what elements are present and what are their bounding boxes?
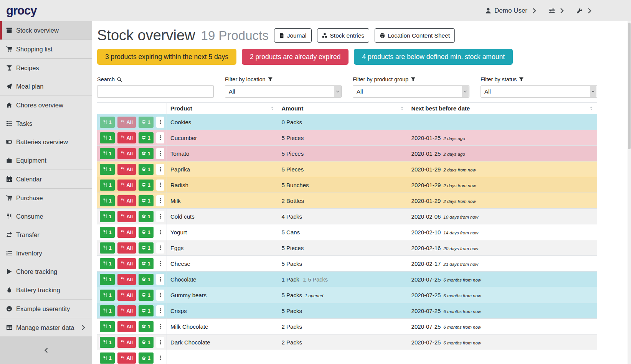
scrollbar-thumb[interactable]: [628, 23, 631, 149]
consume-one-button[interactable]: 1: [100, 195, 115, 206]
select-arrow-button[interactable]: [334, 86, 341, 97]
alert-warning[interactable]: 3 products expiring within the next 5 da…: [97, 49, 236, 65]
consume-all-button[interactable]: All: [117, 242, 136, 254]
row-menu-button[interactable]: [156, 321, 164, 332]
consume-one-button[interactable]: 1: [100, 258, 115, 269]
consume-all-button[interactable]: All: [117, 211, 136, 222]
column-header-next-best-before-date[interactable]: Next best before date: [408, 103, 597, 114]
consume-all-button[interactable]: All: [117, 274, 136, 285]
open-one-button[interactable]: 1: [139, 211, 154, 222]
row-menu-button[interactable]: [156, 274, 164, 285]
consume-one-button[interactable]: 1: [100, 132, 115, 143]
consume-one-button[interactable]: 1: [100, 164, 115, 175]
consume-all-button[interactable]: All: [117, 321, 136, 332]
open-one-button[interactable]: 1: [139, 274, 154, 285]
sidebar-item-inventory[interactable]: Inventory: [0, 244, 92, 262]
consume-one-button[interactable]: 1: [100, 227, 115, 238]
filter-by-status-select[interactable]: All: [481, 85, 597, 98]
user-menu[interactable]: Demo User: [485, 7, 537, 15]
sidebar-item-calendar[interactable]: Calendar: [0, 170, 92, 188]
consume-one-button[interactable]: 1: [100, 180, 115, 191]
journal-button[interactable]: Journal: [274, 28, 312, 43]
sort-icon[interactable]: [400, 106, 405, 111]
open-one-button[interactable]: 1: [139, 132, 154, 143]
column-header-amount[interactable]: Amount: [278, 103, 408, 114]
row-menu-button[interactable]: [156, 242, 164, 254]
consume-all-button[interactable]: All: [117, 132, 136, 143]
app-logo[interactable]: grocy: [6, 4, 36, 18]
sidebar-item-tasks[interactable]: Tasks: [0, 114, 92, 133]
row-menu-button[interactable]: [156, 164, 164, 175]
open-one-button[interactable]: 1: [139, 258, 154, 269]
row-menu-button[interactable]: [156, 132, 164, 143]
row-menu-button[interactable]: [156, 227, 164, 238]
consume-all-button[interactable]: All: [117, 227, 136, 238]
row-menu-button[interactable]: [156, 352, 164, 364]
sidebar-item-batteries-overview[interactable]: Batteries overview: [0, 133, 92, 151]
page-scrollbar[interactable]: [628, 21, 631, 364]
consume-all-button[interactable]: All: [117, 352, 136, 364]
filter-by-product-group-select[interactable]: All: [353, 85, 469, 98]
consume-one-button[interactable]: 1: [100, 290, 115, 301]
row-menu-button[interactable]: [156, 148, 164, 159]
open-one-button[interactable]: 1: [139, 180, 154, 191]
row-menu-button[interactable]: [156, 258, 164, 269]
open-one-button[interactable]: 1: [139, 148, 154, 159]
settings-menu[interactable]: [549, 8, 565, 14]
row-menu-button[interactable]: [156, 180, 164, 191]
consume-all-button[interactable]: All: [117, 180, 136, 191]
consume-one-button[interactable]: 1: [100, 242, 115, 254]
sidebar-item-consume[interactable]: Consume: [0, 207, 92, 226]
select-arrow-button[interactable]: [590, 86, 596, 97]
open-one-button[interactable]: 1: [139, 290, 154, 301]
sidebar-item-chores-overview[interactable]: Chores overview: [0, 96, 92, 114]
consume-one-button[interactable]: 1: [100, 117, 115, 128]
row-menu-button[interactable]: [156, 290, 164, 301]
open-one-button[interactable]: 1: [139, 305, 154, 316]
consume-all-button[interactable]: All: [117, 337, 136, 348]
row-menu-button[interactable]: [156, 211, 164, 222]
sidebar-item-meal-plan[interactable]: Meal plan: [0, 77, 92, 96]
consume-one-button[interactable]: 1: [100, 352, 115, 364]
sidebar-item-transfer[interactable]: Transfer: [0, 226, 92, 244]
consume-all-button[interactable]: All: [117, 290, 136, 301]
sidebar-item-manage-master-data[interactable]: Manage master data: [0, 318, 92, 337]
sidebar-item-equipment[interactable]: Equipment: [0, 151, 92, 170]
sidebar-item-shopping-list[interactable]: Shopping list: [0, 40, 92, 58]
consume-one-button[interactable]: 1: [100, 321, 115, 332]
open-one-button[interactable]: 1: [139, 321, 154, 332]
consume-all-button[interactable]: All: [117, 305, 136, 316]
sort-icon[interactable]: [589, 106, 594, 111]
alert-info[interactable]: 4 products are below defined min. stock …: [354, 49, 513, 65]
location-content-sheet-button[interactable]: Location Content Sheet: [375, 28, 455, 43]
open-one-button[interactable]: 1: [139, 195, 154, 206]
consume-all-button[interactable]: All: [117, 148, 136, 159]
stock-entries-button[interactable]: Stock entries: [317, 28, 370, 43]
admin-menu[interactable]: [576, 8, 593, 14]
row-menu-button[interactable]: [156, 337, 164, 348]
select-arrow-button[interactable]: [462, 86, 469, 97]
consume-one-button[interactable]: 1: [100, 274, 115, 285]
sidebar-item-stock-overview[interactable]: Stock overview: [0, 21, 92, 40]
consume-one-button[interactable]: 1: [100, 337, 115, 348]
sidebar-collapse-button[interactable]: [0, 336, 92, 364]
sidebar-item-purchase[interactable]: Purchase: [0, 189, 92, 207]
sidebar-item-chore-tracking[interactable]: Chore tracking: [0, 262, 92, 281]
search-input[interactable]: [97, 85, 214, 98]
open-one-button[interactable]: 1: [139, 164, 154, 175]
column-header-product[interactable]: Product: [167, 103, 278, 114]
sidebar-item-example-userentity[interactable]: Example userentity: [0, 300, 92, 318]
sort-icon[interactable]: [270, 106, 275, 111]
open-one-button[interactable]: 1: [139, 352, 154, 364]
consume-one-button[interactable]: 1: [100, 211, 115, 222]
sidebar-item-battery-tracking[interactable]: Battery tracking: [0, 281, 92, 299]
consume-all-button[interactable]: All: [117, 164, 136, 175]
sidebar-item-recipes[interactable]: Recipes: [0, 59, 92, 77]
filter-by-location-select[interactable]: All: [225, 85, 342, 98]
consume-all-button[interactable]: All: [117, 258, 136, 269]
consume-one-button[interactable]: 1: [100, 148, 115, 159]
row-menu-button[interactable]: [156, 305, 164, 316]
alert-danger[interactable]: 2 products are already expired: [242, 49, 349, 65]
open-one-button[interactable]: 1: [139, 337, 154, 348]
open-one-button[interactable]: 1: [139, 242, 154, 254]
